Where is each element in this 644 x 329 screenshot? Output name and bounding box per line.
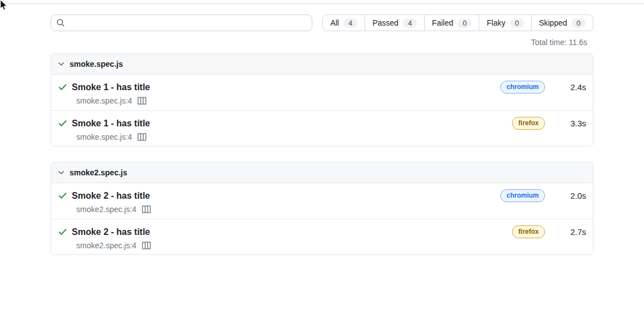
- test-row: Smoke 1 - has title chromium 2.4s smoke.…: [51, 75, 593, 110]
- check-icon: [58, 82, 67, 92]
- filter-tab-flaky[interactable]: Flaky 0: [479, 14, 532, 31]
- report-page: All 4 Passed 4 Failed 0 Flaky 0 Skipped …: [51, 0, 593, 255]
- trace-columns-icon[interactable]: [137, 97, 146, 105]
- file-name: smoke.spec.js: [70, 60, 123, 68]
- test-title: Smoke 1 - has title: [72, 81, 150, 93]
- file-name: smoke2.spec.js: [70, 168, 127, 177]
- filter-tabs: All 4 Passed 4 Failed 0 Flaky 0 Skipped …: [322, 14, 593, 31]
- total-time: Total time: 11.6s: [51, 37, 593, 48]
- project-badge-firefox[interactable]: firefox: [512, 117, 545, 130]
- search-input[interactable]: [69, 18, 307, 27]
- filter-label: Passed: [372, 18, 399, 27]
- filter-label: All: [330, 18, 339, 27]
- filter-tab-all[interactable]: All 4: [322, 14, 365, 31]
- project-badge-chromium[interactable]: chromium: [500, 189, 545, 202]
- filter-label: Flaky: [486, 18, 505, 27]
- project-badge-chromium[interactable]: chromium: [500, 81, 545, 94]
- top-divider: [0, 3, 644, 4]
- filter-count: 4: [403, 18, 417, 28]
- chevron-down-icon: [58, 169, 65, 176]
- test-title: Smoke 1 - has title: [72, 117, 150, 129]
- filter-label: Skipped: [539, 18, 567, 27]
- test-duration: 3.3s: [554, 119, 586, 128]
- chevron-down-icon: [58, 61, 65, 67]
- test-duration: 2.4s: [554, 82, 586, 92]
- test-link[interactable]: Smoke 2 - has title: [58, 190, 500, 202]
- test-row: Smoke 1 - has title firefox 3.3s smoke.s…: [51, 110, 593, 146]
- check-icon: [58, 227, 67, 237]
- filter-count: 4: [343, 18, 357, 28]
- test-location[interactable]: smoke.spec.js:4: [76, 132, 132, 141]
- test-location[interactable]: smoke.spec.js:4: [76, 96, 132, 105]
- test-location[interactable]: smoke2.spec.js:4: [76, 241, 136, 250]
- test-duration: 2.7s: [554, 227, 586, 237]
- filter-label: Failed: [432, 18, 453, 27]
- filter-count: 0: [510, 18, 524, 28]
- toolbar: All 4 Passed 4 Failed 0 Flaky 0 Skipped …: [51, 14, 593, 31]
- project-badge-firefox[interactable]: firefox: [512, 225, 545, 238]
- filter-count: 0: [572, 18, 586, 28]
- trace-columns-icon[interactable]: [137, 133, 146, 141]
- file-group-card: smoke2.spec.js Smoke 2 - has title chrom…: [51, 162, 593, 255]
- file-group-header[interactable]: smoke.spec.js: [51, 54, 593, 75]
- test-title: Smoke 2 - has title: [72, 190, 150, 202]
- filter-tab-skipped[interactable]: Skipped 0: [531, 14, 593, 31]
- test-location[interactable]: smoke2.spec.js:4: [76, 205, 136, 214]
- filter-count: 0: [458, 18, 471, 28]
- test-link[interactable]: Smoke 1 - has title: [58, 117, 512, 129]
- trace-columns-icon[interactable]: [142, 205, 151, 213]
- test-title: Smoke 2 - has title: [72, 226, 150, 238]
- search-icon: [56, 18, 65, 27]
- mouse-cursor-icon: [0, 0, 8, 13]
- check-icon: [58, 119, 67, 128]
- test-duration: 2.0s: [554, 191, 586, 200]
- test-link[interactable]: Smoke 2 - has title: [58, 226, 512, 238]
- search-box[interactable]: [51, 14, 312, 31]
- check-icon: [58, 191, 67, 200]
- file-group-card: smoke.spec.js Smoke 1 - has title chromi…: [51, 53, 593, 146]
- test-link[interactable]: Smoke 1 - has title: [58, 81, 500, 93]
- test-row: Smoke 2 - has title firefox 2.7s smoke2.…: [51, 219, 593, 254]
- filter-tab-failed[interactable]: Failed 0: [424, 14, 479, 31]
- filter-tab-passed[interactable]: Passed 4: [365, 14, 425, 31]
- test-row: Smoke 2 - has title chromium 2.0s smoke2…: [51, 183, 593, 219]
- trace-columns-icon[interactable]: [142, 242, 151, 249]
- file-group-header[interactable]: smoke2.spec.js: [51, 163, 593, 183]
